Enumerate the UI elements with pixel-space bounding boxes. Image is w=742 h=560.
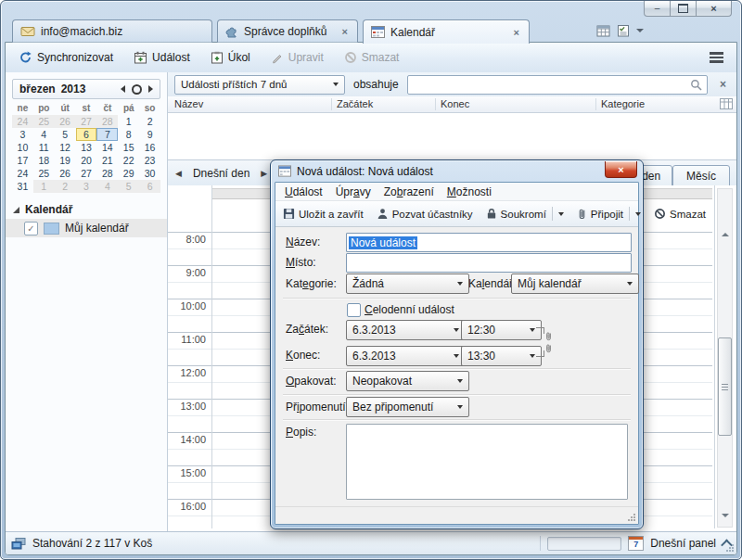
mini-calendar-day[interactable]: 8 [118,128,139,141]
view-tab-month[interactable]: Měsíc [672,165,730,187]
column-header-category[interactable]: Kategorie [601,98,645,109]
calendar-checkbox[interactable]: ✓ [24,222,38,235]
new-task-button[interactable]: Úkol [205,48,256,67]
invite-attendees-button[interactable]: Pozvat účastníky [373,206,477,222]
mini-calendar-day[interactable]: 1 [33,180,55,193]
next-day-icon[interactable]: ▶ [261,169,267,178]
dialog-resize-grip[interactable] [627,513,636,522]
category-select[interactable]: Žádná [346,274,469,294]
event-range-select[interactable]: Události příštích 7 dnů [174,75,345,95]
mini-calendar-day[interactable]: 6 [76,128,97,141]
column-header-end[interactable]: Konec [441,98,469,109]
mini-calendar-day[interactable]: 11 [33,141,55,154]
link-times-icon[interactable] [536,320,553,364]
close-button[interactable]: × [696,1,732,17]
edit-button[interactable]: Upravit [265,48,329,67]
scrollbar-thumb[interactable] [718,337,732,436]
mini-calendar-day[interactable]: 16 [139,141,160,154]
today-circle-icon[interactable] [132,84,142,95]
mini-calendar-day[interactable]: 31 [12,180,33,193]
mini-calendar-day[interactable]: 24 [12,115,33,128]
mini-calendar-day[interactable]: 25 [33,167,55,180]
mini-calendar-day[interactable]: 10 [12,141,33,154]
end-time-select[interactable]: 13:30 [461,346,542,366]
location-field[interactable] [346,253,632,273]
attach-button[interactable]: Připojit [573,205,645,223]
scroll-up-icon[interactable] [718,228,732,241]
mini-calendar-day[interactable]: 24 [12,167,33,180]
mini-calendar-day[interactable]: 2 [55,180,76,193]
dialog-delete-button[interactable]: Smazat [650,206,710,222]
chevron-down-icon[interactable] [635,212,641,216]
allday-checkbox[interactable] [347,303,361,317]
mini-calendar-day[interactable]: 30 [139,167,160,180]
calendar-select[interactable]: Můj kalendář [511,274,639,294]
maximize-button[interactable] [670,1,697,17]
mini-calendar-day[interactable]: 17 [12,154,33,167]
synchronize-button[interactable]: Synchronizovat [13,48,119,67]
end-date-select[interactable]: 6.3.2013 [346,346,466,366]
column-header-start[interactable]: Začátek [337,98,373,109]
clear-search-icon[interactable]: × [716,78,730,91]
mini-calendar-day[interactable]: 25 [33,115,55,128]
mini-calendar-day[interactable]: 6 [139,180,160,193]
chevron-down-icon[interactable] [636,29,644,32]
tab-mail-account[interactable]: info@macich.biz [12,19,212,43]
minimize-button[interactable]: – [644,1,671,17]
open-tasks-tab-icon[interactable] [617,24,630,37]
mini-calendar-day[interactable]: 26 [55,167,76,180]
mini-calendar-day[interactable]: 3 [76,180,97,193]
resize-grip[interactable] [725,543,735,553]
dialog-menu-item[interactable]: Úpravy [329,184,377,200]
scroll-down-icon[interactable] [718,509,732,522]
today-label[interactable]: Dnešní den [193,167,249,180]
new-event-button[interactable]: Událost [128,48,196,67]
mini-calendar-day[interactable]: 12 [55,141,76,154]
mini-calendar-day[interactable]: 28 [96,167,118,180]
delete-button[interactable]: Smazat [339,48,405,67]
tab-close-icon[interactable]: × [512,27,521,38]
mini-calendar-day[interactable]: 4 [33,128,55,141]
mini-calendar-day[interactable]: 21 [96,154,118,167]
today-panel-label[interactable]: Dnešní panel [650,537,716,550]
tab-close-icon[interactable]: × [340,26,350,37]
mini-calendar-day[interactable]: 29 [118,167,139,180]
mini-calendar-day[interactable]: 2 [139,115,160,128]
mini-calendar-day[interactable]: 18 [33,154,55,167]
next-month-icon[interactable] [148,85,153,93]
chevron-down-icon[interactable] [558,212,564,216]
repeat-select[interactable]: Neopakovat [346,371,469,391]
dialog-close-button[interactable]: × [605,161,637,178]
tab-addons-manager[interactable]: Správce doplňků × [217,19,358,43]
mini-calendar-day[interactable]: 27 [76,167,97,180]
vertical-scrollbar[interactable] [717,188,733,528]
prev-month-icon[interactable] [121,85,125,93]
description-textarea[interactable] [346,424,628,500]
mini-calendar-day[interactable]: 4 [96,180,118,193]
mini-calendar-day[interactable]: 26 [55,115,76,128]
privacy-button[interactable]: Soukromí [482,205,568,223]
mini-calendar-day[interactable]: 19 [55,154,76,167]
mini-calendar-day[interactable]: 13 [76,141,97,154]
dialog-menu-item[interactable]: Událost [278,184,329,200]
mini-calendar-day[interactable]: 27 [76,115,97,128]
dialog-menu-item[interactable]: Možnosti [441,184,498,200]
name-field[interactable]: Nová událost [346,233,632,252]
save-close-button[interactable]: Uložit a zavřít [279,206,367,222]
column-header-name[interactable]: Název [174,98,203,109]
reminder-select[interactable]: Bez připomenutí [346,397,469,417]
start-time-select[interactable]: 12:30 [461,320,542,340]
open-calendar-tab-icon[interactable] [596,24,610,37]
column-picker-icon[interactable] [720,98,733,109]
mini-calendar-day[interactable]: 5 [55,128,76,141]
expander-icon[interactable] [13,207,19,213]
event-list-body[interactable] [168,113,736,159]
calendar-list-header[interactable]: Kalendář [13,203,72,216]
search-input[interactable] [407,75,708,95]
tab-calendar[interactable]: Kalendář × [363,19,530,44]
mini-calendar-day[interactable]: 7 [96,128,118,141]
dialog-menu-item[interactable]: Zobrazení [377,184,441,200]
mini-calendar-day[interactable]: 1 [118,115,139,128]
app-menu-button[interactable] [704,48,729,67]
mini-calendar-day[interactable]: 20 [76,154,97,167]
